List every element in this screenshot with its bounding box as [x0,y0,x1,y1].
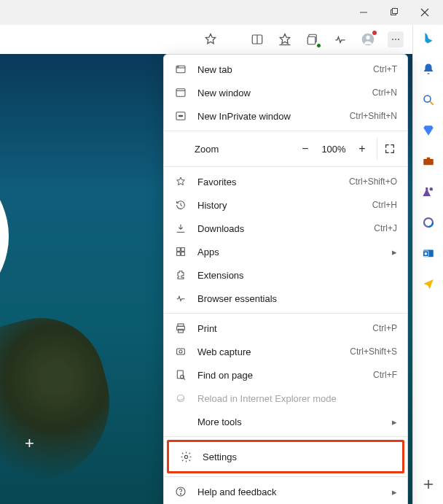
svg-point-42 [424,96,431,102]
svg-rect-21 [176,89,185,97]
star-icon [174,175,187,188]
sidebar-outlook-icon[interactable] [420,245,436,261]
menu-favorites[interactable]: Favorites Ctrl+Shift+O [164,170,407,193]
svg-line-43 [430,101,434,105]
menu-separator [164,436,407,437]
zoom-label: Zoom [195,144,294,155]
svg-rect-29 [181,252,185,256]
menu-shortcut: Ctrl+J [374,223,397,233]
menu-shortcut: Ctrl+H [372,200,397,210]
menu-apps[interactable]: Apps ▸ [164,240,407,263]
menu-help-feedback[interactable]: Help and feedback ▸ [164,480,407,503]
apps-icon [174,245,187,258]
collections-icon[interactable] [305,31,321,47]
sidebar-shopping-icon[interactable] [420,123,436,139]
gear-icon [179,450,192,463]
menu-label: Extensions [197,270,397,281]
menu-new-inprivate[interactable]: New InPrivate window Ctrl+Shift+N [164,104,407,128]
new-tab-icon [174,63,187,76]
menu-shortcut: Ctrl+Shift+O [349,177,397,187]
menu-downloads[interactable]: Downloads Ctrl+J [164,217,407,240]
menu-label: Print [197,323,362,334]
collections-badge-icon [316,43,321,48]
zoom-out-button[interactable]: − [294,142,317,155]
window-close-button[interactable] [409,1,440,23]
favorite-star-icon[interactable] [203,31,219,47]
svg-point-39 [184,455,187,458]
menu-label: Reload in Internet Explorer mode [197,393,397,404]
svg-rect-45 [426,158,430,159]
sidebar-m365-icon[interactable] [420,214,436,230]
profile-notification-dot-icon [372,31,377,35]
menu-label: Find on page [197,370,363,381]
zoom-value: 100% [317,144,350,155]
window-minimize-button[interactable] [348,1,379,23]
web-capture-icon [174,345,187,358]
menu-history[interactable]: History Ctrl+H [164,193,407,217]
menu-label: Apps [197,247,382,257]
menu-separator [164,166,407,167]
svg-point-41 [180,494,181,495]
menu-label: Settings [203,451,392,462]
menu-new-tab[interactable]: New tab Ctrl+T [164,58,407,81]
menu-web-capture[interactable]: Web capture Ctrl+Shift+S [164,340,407,363]
more-menu-button[interactable] [388,31,404,47]
menu-separator [164,131,407,131]
chevron-right-icon: ▸ [392,486,397,497]
svg-rect-24 [179,115,184,117]
svg-point-51 [424,252,427,255]
menu-new-window[interactable]: New window Ctrl+N [164,81,407,104]
menu-label: Downloads [197,223,364,234]
new-window-icon [174,86,187,99]
menu-shortcut: Ctrl+Shift+S [350,346,397,357]
menu-more-tools[interactable]: More tools ▸ [164,410,407,433]
menu-extensions[interactable]: Extensions [164,263,407,287]
svg-rect-44 [423,159,434,165]
sidebar-search-icon[interactable] [420,92,436,108]
window-maximize-button[interactable] [379,1,409,23]
menu-separator [164,313,407,314]
menu-shortcut: Ctrl+F [373,370,397,380]
svg-point-14 [398,39,399,40]
menu-shortcut: Ctrl+T [373,64,397,74]
menu-find-on-page[interactable]: Find on page Ctrl+F [164,363,407,387]
help-icon [174,485,187,498]
sidebar-games-icon[interactable] [420,184,436,200]
settings-and-more-menu: New tab Ctrl+T New window Ctrl+N New InP… [163,54,408,504]
page-decoration [0,156,9,317]
sidebar-notifications-icon[interactable] [420,61,436,77]
fullscreen-button[interactable] [377,138,401,160]
menu-settings[interactable]: Settings [169,442,402,471]
edge-sidebar [412,25,443,504]
favorites-hub-icon[interactable] [277,31,293,47]
settings-highlight: Settings [167,440,404,473]
svg-rect-28 [177,252,181,256]
download-icon [174,222,187,235]
menu-browser-essentials[interactable]: Browser essentials [164,287,407,310]
svg-point-12 [392,39,393,40]
history-icon [174,198,187,212]
sidebar-bing-icon[interactable] [420,31,436,47]
page-image [0,303,128,500]
browser-essentials-icon[interactable] [332,31,348,47]
chevron-right-icon: ▸ [392,416,397,427]
menu-print[interactable]: Print Ctrl+P [164,317,407,340]
menu-label: Browser essentials [197,293,397,304]
zoom-in-button[interactable]: + [350,142,374,155]
sidebar-drop-icon[interactable] [420,276,436,292]
menu-label: New InPrivate window [197,111,340,122]
svg-point-13 [395,39,396,40]
profile-avatar-icon[interactable] [360,31,376,47]
sidebar-add-icon[interactable] [420,476,436,492]
split-screen-icon[interactable] [249,31,265,47]
menu-label: Help and feedback [197,486,382,497]
svg-point-20 [178,66,179,67]
menu-shortcut: Ctrl+Shift+N [350,111,397,121]
sidebar-tools-icon[interactable] [420,153,436,169]
add-site-icon[interactable]: + [25,434,34,453]
menu-label: New tab [197,64,363,75]
window-titlebar [0,0,443,25]
heartbeat-icon [174,292,187,305]
svg-point-46 [429,187,433,191]
svg-line-37 [184,379,185,380]
